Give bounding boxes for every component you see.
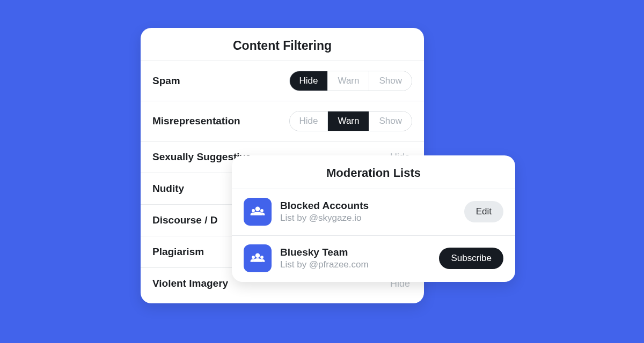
moderation-row-bluesky-team: Bluesky Team List by @pfrazee.com Subscr…: [232, 235, 515, 282]
svg-point-2: [260, 209, 264, 212]
filter-label: Violent Imagery: [152, 278, 228, 289]
filter-segmented: Hide Warn Show: [289, 71, 413, 91]
svg-point-0: [255, 206, 260, 211]
moderation-name: Bluesky Team: [280, 247, 430, 258]
moderation-meta: Blocked Accounts List by @skygaze.io: [280, 200, 456, 223]
edit-button[interactable]: Edit: [464, 201, 503, 222]
svg-point-1: [252, 209, 255, 212]
seg-warn[interactable]: Warn: [328, 71, 369, 91]
svg-point-3: [255, 253, 260, 258]
seg-hide[interactable]: Hide: [290, 71, 328, 91]
moderation-lists-card: Moderation Lists Blocked Accounts List b…: [232, 155, 515, 282]
filter-label: Misrepresentation: [152, 115, 240, 127]
moderation-name: Blocked Accounts: [280, 200, 456, 212]
svg-point-4: [252, 256, 255, 259]
svg-point-5: [260, 256, 264, 259]
filter-label: Plagiarism: [152, 246, 204, 258]
filter-row-spam: Spam Hide Warn Show: [141, 61, 424, 101]
filter-row-misrepresentation: Misrepresentation Hide Warn Show: [141, 101, 424, 141]
moderation-meta: Bluesky Team List by @pfrazee.com: [280, 247, 430, 270]
group-icon: [244, 198, 272, 226]
content-filtering-title: Content Filtering: [141, 39, 424, 61]
filter-label: Spam: [152, 75, 180, 87]
filter-label: Discourse / D: [152, 214, 217, 226]
seg-show[interactable]: Show: [369, 71, 412, 91]
subscribe-button[interactable]: Subscribe: [439, 248, 503, 269]
moderation-sub: List by @skygaze.io: [280, 213, 456, 223]
moderation-lists-title: Moderation Lists: [232, 166, 515, 189]
filter-label: Nudity: [152, 183, 184, 195]
filter-segmented: Hide Warn Show: [289, 111, 413, 131]
seg-hide[interactable]: Hide: [290, 111, 328, 131]
group-icon: [244, 244, 272, 272]
seg-warn[interactable]: Warn: [328, 111, 369, 131]
seg-show[interactable]: Show: [369, 111, 412, 131]
moderation-row-blocked-accounts: Blocked Accounts List by @skygaze.io Edi…: [232, 189, 515, 235]
moderation-sub: List by @pfrazee.com: [280, 259, 430, 270]
